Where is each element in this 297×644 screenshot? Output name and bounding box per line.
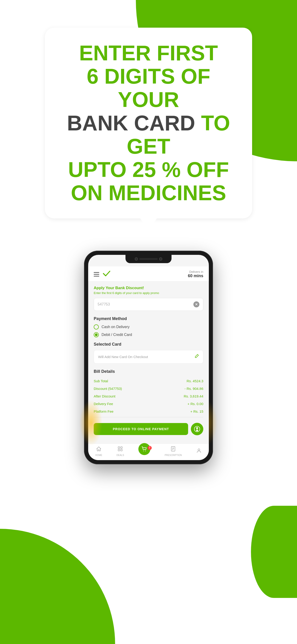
nav-label-deals: DEALS bbox=[116, 454, 124, 456]
nav-item-home[interactable]: HOME bbox=[95, 446, 102, 456]
bill-row-platform: Platform Fee + Rs. 15 bbox=[94, 408, 203, 415]
svg-rect-2 bbox=[196, 430, 198, 431]
promo-line2: 6 DIGITS OF YOUR bbox=[87, 64, 210, 111]
main-container: ENTER FIRST 6 DIGITS OF YOUR BANK CARD T… bbox=[0, 0, 297, 464]
bill-details-title: Bill Details bbox=[94, 369, 203, 374]
promo-line4: UPTO 25 % OFF bbox=[68, 158, 229, 181]
app-body: Apply Your Bank Discount! Enter the firs… bbox=[88, 281, 209, 444]
bill-row-after-discount: After Discount Rs. 3,619.44 bbox=[94, 392, 203, 400]
cart-icon bbox=[141, 446, 147, 452]
delivers-label: Delivers in bbox=[188, 270, 203, 274]
profile-icon bbox=[196, 448, 202, 455]
hamburger-line-3 bbox=[94, 276, 99, 276]
phone-notch bbox=[125, 255, 172, 263]
nav-item-profile[interactable] bbox=[196, 448, 202, 455]
help-button[interactable] bbox=[191, 423, 203, 435]
payment-label-cod: Cash on Delivery bbox=[101, 325, 130, 329]
svg-point-8 bbox=[145, 450, 146, 451]
bank-discount-title: Apply Your Bank Discount! bbox=[94, 286, 203, 290]
radio-card-inner bbox=[95, 334, 98, 336]
payment-label-card: Debit / Credit Card bbox=[101, 333, 132, 337]
bill-value-delivery: + Rs. 0.00 bbox=[187, 402, 203, 406]
header-left bbox=[94, 270, 110, 278]
card-input-value: 547753 bbox=[98, 302, 110, 306]
bill-label-subtotal: Sub Total bbox=[94, 379, 108, 383]
bg-shape-bottom-left bbox=[0, 529, 115, 644]
svg-point-1 bbox=[196, 427, 198, 429]
bill-label-after-discount: After Discount bbox=[94, 394, 115, 398]
bill-value-subtotal: Rs. 4524.3 bbox=[187, 379, 203, 383]
bill-label-delivery: Delivery Fee bbox=[94, 402, 113, 406]
selected-card-text: Will Add New Card On Checkout bbox=[98, 355, 148, 359]
phone-mockup: Delivers in 60 mins Apply Your Bank Disc… bbox=[84, 251, 213, 464]
promo-text: ENTER FIRST 6 DIGITS OF YOUR BANK CARD T… bbox=[63, 42, 234, 204]
nav-label-home: HOME bbox=[95, 454, 102, 456]
bill-section: Bill Details Sub Total Rs. 4524.3 Discou… bbox=[94, 369, 203, 417]
bill-row-discount: Discount (547753) - Rs. 904.86 bbox=[94, 385, 203, 392]
svg-point-13 bbox=[198, 449, 200, 451]
notch-speaker bbox=[139, 258, 158, 260]
delivers-time: 60 mins bbox=[188, 274, 203, 278]
bill-value-discount: - Rs. 904.86 bbox=[184, 387, 203, 390]
promo-line3-dark: BANK CARD bbox=[67, 111, 195, 135]
promo-line5: ON MEDICINES bbox=[71, 181, 226, 204]
nav-item-deals[interactable]: DEALS bbox=[116, 446, 124, 456]
prescription-icon bbox=[170, 446, 176, 453]
payment-option-cod[interactable]: Cash on Delivery bbox=[94, 324, 203, 330]
hamburger-menu[interactable] bbox=[94, 272, 99, 276]
radio-cod[interactable] bbox=[94, 324, 99, 330]
promo-line1: ENTER FIRST bbox=[79, 41, 218, 65]
edit-card-icon[interactable] bbox=[194, 354, 199, 360]
hamburger-line-2 bbox=[94, 274, 99, 275]
hamburger-line-1 bbox=[94, 272, 99, 273]
bill-value-platform: + Rs. 15 bbox=[190, 410, 203, 413]
payment-method-title: Payment Method bbox=[94, 316, 203, 321]
bill-divider bbox=[94, 417, 203, 417]
proceed-row: PROCEED TO ONLINE PAYMENT bbox=[94, 423, 203, 435]
header-delivery-info: Delivers in 60 mins bbox=[188, 270, 203, 278]
bottom-nav: HOME DEALS bbox=[88, 444, 209, 460]
bill-label-discount: Discount (547753) bbox=[94, 387, 122, 390]
clear-input-icon[interactable]: ✕ bbox=[193, 302, 199, 307]
payment-options: Cash on Delivery Debit / Credit Card bbox=[94, 324, 203, 337]
bill-row-delivery: Delivery Fee + Rs. 0.00 bbox=[94, 400, 203, 408]
nav-item-cart[interactable]: 7 bbox=[138, 448, 150, 455]
radio-card[interactable] bbox=[94, 332, 99, 337]
notch-camera-2 bbox=[159, 257, 162, 260]
nav-item-prescription[interactable]: PRESCRIPTION bbox=[165, 446, 182, 456]
bg-shape-bottom-right bbox=[251, 506, 297, 598]
bill-value-after-discount: Rs. 3,619.44 bbox=[184, 394, 203, 398]
app-content: Delivers in 60 mins Apply Your Bank Disc… bbox=[88, 255, 209, 460]
payment-option-card[interactable]: Debit / Credit Card bbox=[94, 332, 203, 337]
svg-point-7 bbox=[143, 450, 144, 451]
svg-rect-4 bbox=[121, 447, 122, 448]
app-logo bbox=[103, 270, 110, 278]
home-icon bbox=[96, 446, 101, 453]
phone-outer: Delivers in 60 mins Apply Your Bank Disc… bbox=[84, 251, 213, 464]
help-icon bbox=[194, 426, 200, 432]
promo-bubble: ENTER FIRST 6 DIGITS OF YOUR BANK CARD T… bbox=[45, 28, 252, 218]
svg-rect-3 bbox=[118, 447, 120, 448]
card-input-row[interactable]: 547753 ✕ bbox=[94, 298, 203, 311]
selected-card-title: Selected Card bbox=[94, 342, 203, 347]
cart-badge: 7 bbox=[148, 446, 152, 450]
deals-icon bbox=[117, 446, 123, 453]
phone-screen: Delivers in 60 mins Apply Your Bank Disc… bbox=[88, 255, 209, 460]
app-header: Delivers in 60 mins bbox=[88, 266, 209, 281]
svg-rect-6 bbox=[121, 449, 122, 451]
cart-badge-wrapper: 7 bbox=[138, 448, 150, 455]
nav-label-prescription: PRESCRIPTION bbox=[165, 454, 182, 456]
notch-camera bbox=[135, 257, 138, 260]
proceed-button[interactable]: PROCEED TO ONLINE PAYMENT bbox=[94, 423, 188, 435]
bill-row-subtotal: Sub Total Rs. 4524.3 bbox=[94, 377, 203, 385]
selected-card-box[interactable]: Will Add New Card On Checkout bbox=[94, 350, 203, 364]
bank-discount-subtitle: Enter the first 6 digits of your card to… bbox=[94, 291, 203, 295]
bill-label-platform: Platform Fee bbox=[94, 410, 113, 413]
svg-rect-5 bbox=[118, 449, 120, 451]
